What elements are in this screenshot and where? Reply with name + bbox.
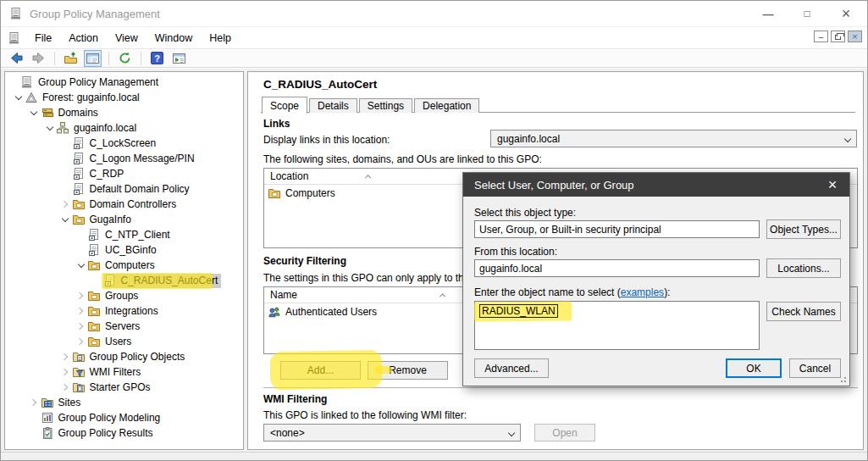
expander-collapse-icon[interactable]	[28, 105, 41, 120]
expander-collapse-icon[interactable]	[12, 90, 25, 105]
tree-item-c-radius-autocert[interactable]: C_RADIUS_AutoCert	[5, 273, 243, 288]
menu-item-action[interactable]: Action	[60, 29, 107, 47]
tree-item-starter-gpos[interactable]: Starter GPOs	[5, 380, 243, 395]
display-links-label: Display links in this location:	[263, 134, 390, 146]
locations-button[interactable]: Locations...	[766, 258, 841, 278]
tree-item-group-policy-management[interactable]: Group Policy Management	[5, 75, 243, 90]
tree-item-c-ntp-client[interactable]: C_NTP_Client	[5, 227, 243, 242]
console-tree-toggle-button[interactable]	[84, 50, 102, 67]
tree-item-body: Domain Controllers	[72, 197, 180, 212]
tree-item-forest-gugainfo-local[interactable]: Forest: gugainfo.local	[5, 90, 243, 105]
tree-item-wmi-filters[interactable]: WMI Filters	[5, 364, 243, 380]
expander-collapse-icon[interactable]	[43, 120, 56, 136]
tree-item-servers[interactable]: Servers	[5, 319, 243, 334]
toolbar: ?	[1, 48, 867, 68]
maximize-button[interactable]: □	[788, 1, 827, 26]
menu-bar: FileActionViewWindowHelp	[1, 26, 867, 48]
tree-item-body: GugaInfo	[72, 213, 135, 227]
tree-item-default-domain-policy[interactable]: Default Domain Policy	[5, 181, 243, 197]
tree-item-body: Group Policy Modeling	[41, 411, 164, 425]
wmi-filter-dropdown[interactable]: <none>	[263, 424, 521, 442]
expander-expand-icon[interactable]	[75, 319, 87, 334]
gpo-folder-icon	[72, 350, 86, 364]
forward-icon	[31, 51, 46, 65]
back-icon	[9, 51, 24, 65]
security-column-name: Name	[270, 289, 297, 301]
object-types-button[interactable]: Object Types...	[766, 219, 841, 239]
close-button[interactable]: ×	[827, 1, 865, 26]
export-list-button[interactable]	[62, 50, 80, 67]
tree-item-body: C_Logon Message/PIN	[72, 152, 198, 166]
domains-icon	[41, 106, 54, 119]
child-close-button[interactable]: ×	[848, 31, 862, 42]
tree-item-group-policy-objects[interactable]: Group Policy Objects	[5, 349, 243, 364]
tree-item-gugainfo-local[interactable]: gugainfo.local	[5, 120, 243, 136]
gpo-icon	[87, 243, 101, 257]
tab-settings[interactable]: Settings	[359, 98, 412, 113]
expander-expand-icon[interactable]	[59, 349, 72, 364]
tab-scope[interactable]: Scope	[262, 97, 307, 114]
ok-button[interactable]: OK	[726, 358, 782, 378]
cancel-button[interactable]: Cancel	[789, 358, 841, 378]
back-button[interactable]	[8, 50, 25, 67]
tree-item-gugainfo[interactable]: GugaInfo	[5, 212, 243, 227]
advanced-button[interactable]: Advanced...	[474, 358, 549, 378]
tree-item-group-policy-modeling[interactable]: Group Policy Modeling	[5, 410, 243, 425]
tree-item-body: UC_BGinfo	[87, 243, 160, 258]
menu-item-window[interactable]: Window	[147, 29, 201, 47]
expander-expand-icon[interactable]	[75, 303, 87, 319]
expander-expand-icon[interactable]	[59, 364, 72, 380]
tab-details[interactable]: Details	[309, 98, 357, 113]
tree-item-domains[interactable]: Domains	[5, 105, 243, 120]
tree-item-label: C_RDP	[90, 168, 124, 180]
tree-item-uc-bginfo[interactable]: UC_BGinfo	[5, 242, 243, 258]
forward-button[interactable]	[30, 50, 47, 67]
tree-item-c-lockscreen[interactable]: C_LockScreen	[5, 136, 243, 151]
tree-item-domain-controllers[interactable]: Domain Controllers	[5, 197, 243, 212]
menu-item-file[interactable]: File	[26, 29, 60, 47]
minimize-button[interactable]: —	[749, 1, 788, 26]
tree-item-group-policy-results[interactable]: Group Policy Results	[5, 425, 243, 441]
object-type-field: User, Group, or Built-in security princi…	[474, 220, 760, 238]
gpo-icon	[72, 167, 86, 181]
tree-item-c-logon-message-pin[interactable]: C_Logon Message/PIN	[5, 151, 243, 166]
tree-item-groups[interactable]: Groups	[5, 288, 243, 303]
expander-expand-icon[interactable]	[75, 288, 87, 303]
child-minimize-button[interactable]: –	[814, 31, 828, 42]
open-button[interactable]: Open	[534, 424, 595, 442]
expander-expand-icon[interactable]	[59, 380, 72, 395]
menu-item-help[interactable]: Help	[201, 29, 240, 47]
expander-expand-icon[interactable]	[28, 395, 41, 410]
menu-item-view[interactable]: View	[107, 29, 147, 47]
ou-icon	[87, 319, 101, 333]
tree-item-label: C_RADIUS_AutoCert	[121, 275, 218, 286]
child-restore-button[interactable]	[831, 31, 845, 42]
expander-collapse-icon[interactable]	[59, 212, 72, 227]
security-filtering-heading: Security Filtering	[263, 255, 346, 267]
new-window-button[interactable]	[170, 50, 188, 67]
tree-item-integrations[interactable]: Integrations	[5, 303, 243, 319]
tree-item-label: C_LockScreen	[90, 137, 157, 149]
dialog-close-button[interactable]: ×	[815, 173, 849, 197]
examples-link[interactable]: examples	[621, 286, 664, 298]
expander-expand-icon[interactable]	[75, 334, 87, 349]
tree-item-label: Group Policy Objects	[90, 351, 185, 363]
object-name-input[interactable]: RADIUS_WLAN	[474, 301, 760, 350]
results-icon	[41, 426, 54, 440]
refresh-button[interactable]	[116, 50, 134, 67]
window-title: Group Policy Management	[30, 8, 160, 20]
help-button[interactable]: ?	[148, 50, 166, 67]
expander-expand-icon[interactable]	[59, 197, 72, 212]
display-links-dropdown[interactable]: gugainfo.local	[490, 130, 857, 147]
check-names-button[interactable]: Check Names	[766, 302, 841, 321]
expander-collapse-icon[interactable]	[75, 258, 87, 273]
tree-item-computers[interactable]: Computers	[5, 258, 243, 273]
tree-item-body: Group Policy Management	[20, 75, 162, 90]
tree-item-body: Integrations	[87, 304, 162, 319]
tree-item-c-rdp[interactable]: C_RDP	[5, 166, 243, 181]
tab-delegation[interactable]: Delegation	[414, 98, 479, 113]
tree-item-sites[interactable]: Sites	[5, 395, 243, 410]
resize-grip-icon[interactable]	[839, 375, 846, 382]
gpmc-icon	[20, 75, 34, 89]
tree-item-users[interactable]: Users	[5, 334, 243, 349]
